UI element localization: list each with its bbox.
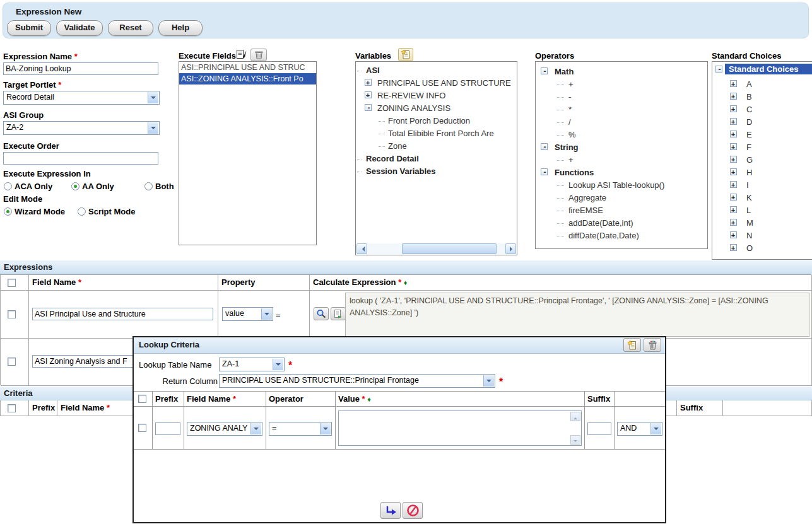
select-fields-icon[interactable] [236,49,247,62]
expand-icon[interactable] [730,206,737,213]
delete-execute-field-button[interactable] [250,49,267,61]
tree-item-f[interactable]: F [712,141,812,154]
tree-item-aggregate[interactable]: Aggregate [536,192,707,204]
tree-item-string-concat[interactable]: + [536,154,707,166]
validate-button[interactable]: Validate [56,20,103,36]
radio-script-mode[interactable] [78,207,86,216]
expand-icon[interactable] [730,244,737,251]
help-button[interactable]: Help [158,20,203,36]
scroll-right-icon[interactable] [505,243,516,254]
asi-group-select[interactable]: ZA-2 [3,121,160,135]
tree-item-fireemse[interactable]: fireEMSE [536,204,707,217]
expand-icon[interactable] [730,168,737,175]
tree-item-multiply[interactable]: * [536,103,707,116]
expand-icon[interactable] [730,194,737,201]
expand-icon[interactable] [730,219,737,226]
expand-icon[interactable] [730,105,737,112]
tree-group-math[interactable]: Math [536,66,707,78]
list-item[interactable]: ASI::PRINCIPAL USE AND STRUC [179,62,316,73]
tree-item-l[interactable]: L [712,204,812,217]
select-all-checkbox[interactable] [8,404,16,412]
expand-icon[interactable] [730,93,737,100]
row-checkbox[interactable] [138,424,146,432]
expand-icon[interactable] [730,143,737,150]
submit-button[interactable]: Submit [7,20,51,36]
tree-item-asi[interactable]: ASI [356,64,517,77]
expand-icon[interactable] [730,131,737,137]
search-expression-button[interactable] [314,307,329,320]
expand-icon[interactable] [730,181,737,188]
expression-name-input[interactable] [3,62,158,75]
field-name-input[interactable] [32,308,213,320]
expand-icon[interactable] [365,91,372,98]
tree-item-k[interactable]: K [712,192,812,204]
tree-item-zone[interactable]: Zone [356,140,517,153]
tree-item-total-elibible[interactable]: Total Elibible Front Porch Are [356,127,517,140]
execute-fields-listbox[interactable]: ASI::PRINCIPAL USE AND STRUC ASI::ZONING… [179,61,317,245]
dialog-new-row-button[interactable] [623,338,641,352]
tree-item-front-porch-deduction[interactable]: Front Porch Deduction [356,115,517,127]
collapse-icon[interactable] [365,104,372,111]
radio-both[interactable] [144,182,153,190]
criteria-value-textarea[interactable] [338,410,582,446]
reset-button[interactable]: Reset [108,20,153,36]
list-item-selected[interactable]: ASI::ZONING ANALYSIS::Front Po [179,73,316,84]
tree-item-b[interactable]: B [712,91,812,103]
tree-item-adddate[interactable]: addDate(Date,int) [536,217,707,230]
lookup-table-name-select[interactable]: ZA-1 [219,358,285,371]
suffix-input[interactable] [587,422,611,435]
tree-item-g[interactable]: G [712,154,812,166]
prefix-input[interactable] [155,422,180,435]
tree-item-re-review-info[interactable]: RE-REVIEW INFO [356,90,517,102]
tree-item-plus[interactable]: + [536,78,707,91]
tree-item-c[interactable]: C [712,103,812,116]
criteria-logic-select[interactable]: AND [617,422,662,436]
tree-item-diffdate[interactable]: diffDate(Date,Date) [536,230,707,242]
horizontal-scrollbar[interactable] [356,243,516,254]
tree-item-lookup[interactable]: Lookup ASI Table-lookup() [536,179,707,192]
tree-item-record-detail[interactable]: Record Detail [356,153,517,165]
tree-item-divide[interactable]: / [536,116,707,129]
tree-group-string[interactable]: String [536,141,707,154]
tree-item-o[interactable]: O [712,242,812,255]
tree-group-functions[interactable]: Functions [536,166,707,179]
scroll-down-icon[interactable] [570,435,580,445]
dialog-delete-row-button[interactable] [644,338,661,352]
insert-expression-button[interactable] [331,307,346,320]
select-all-checkbox[interactable] [138,395,146,403]
tree-item-session-variables[interactable]: Session Variables [356,165,517,178]
tree-root-standard-choices[interactable]: Standard Choices [712,64,812,76]
expand-icon[interactable] [365,79,372,86]
target-portlet-select[interactable]: Record Detail [3,91,160,105]
tree-item-modulo[interactable]: % [536,129,707,141]
collapse-icon[interactable] [541,143,548,150]
new-variable-button[interactable] [398,48,413,61]
row-checkbox[interactable] [8,358,16,366]
dialog-submit-button[interactable] [380,502,401,519]
collapse-icon[interactable] [715,66,722,73]
radio-wizard-mode[interactable] [4,207,12,216]
criteria-operator-select[interactable]: = [269,422,332,436]
scroll-up-icon[interactable] [570,412,580,421]
dialog-cancel-button[interactable] [403,502,423,519]
tree-item-e[interactable]: E [712,129,812,141]
expand-icon[interactable] [730,231,737,238]
expand-icon[interactable] [730,156,737,163]
expand-icon[interactable] [730,118,737,125]
tree-item-principal-use[interactable]: PRINCIPAL USE AND STRUCTURE [356,77,517,90]
collapse-icon[interactable] [541,67,548,74]
row-checkbox[interactable] [8,310,16,318]
select-all-checkbox[interactable] [8,279,16,287]
tree-item-zoning-analysis[interactable]: ZONING ANALYSIS [356,102,517,115]
calculate-expression-value[interactable]: lookup ( 'ZA-1', 'PRINCIPAL USE AND STRU… [345,293,809,337]
scroll-left-icon[interactable] [356,243,367,254]
tree-item-a[interactable]: A [712,78,812,91]
expand-icon[interactable] [730,80,737,87]
criteria-field-name-select[interactable]: ZONING ANALY [187,422,262,436]
tree-item-d[interactable]: D [712,116,812,129]
tree-item-m[interactable]: M [712,217,812,230]
tree-item-minus[interactable]: - [536,91,707,103]
property-select[interactable]: value [222,307,273,321]
radio-aca-only[interactable] [4,182,12,190]
return-column-select[interactable]: PRINCIPAL USE AND STRUCTURE::Principal F… [219,374,495,388]
